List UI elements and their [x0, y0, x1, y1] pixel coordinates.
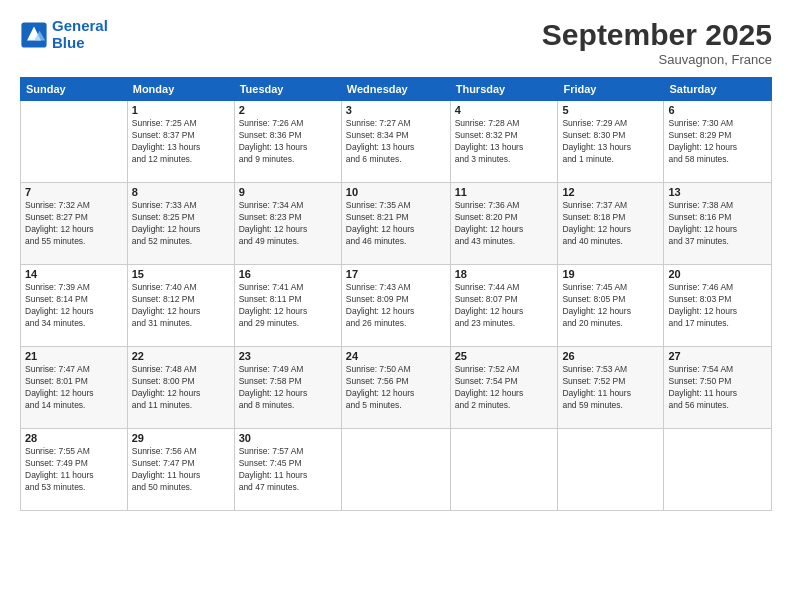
header-row: SundayMondayTuesdayWednesdayThursdayFrid… [21, 78, 772, 101]
day-info: Sunrise: 7:30 AM Sunset: 8:29 PM Dayligh… [668, 118, 767, 166]
day-number: 17 [346, 268, 446, 280]
logo: General Blue [20, 18, 108, 51]
day-number: 15 [132, 268, 230, 280]
day-info: Sunrise: 7:38 AM Sunset: 8:16 PM Dayligh… [668, 200, 767, 248]
day-info: Sunrise: 7:55 AM Sunset: 7:49 PM Dayligh… [25, 446, 123, 494]
day-info: Sunrise: 7:26 AM Sunset: 8:36 PM Dayligh… [239, 118, 337, 166]
day-cell: 20Sunrise: 7:46 AM Sunset: 8:03 PM Dayli… [664, 265, 772, 347]
day-number: 16 [239, 268, 337, 280]
day-cell: 24Sunrise: 7:50 AM Sunset: 7:56 PM Dayli… [341, 347, 450, 429]
day-number: 10 [346, 186, 446, 198]
day-info: Sunrise: 7:28 AM Sunset: 8:32 PM Dayligh… [455, 118, 554, 166]
day-number: 8 [132, 186, 230, 198]
title-block: September 2025 Sauvagnon, France [542, 18, 772, 67]
day-cell: 23Sunrise: 7:49 AM Sunset: 7:58 PM Dayli… [234, 347, 341, 429]
day-cell: 11Sunrise: 7:36 AM Sunset: 8:20 PM Dayli… [450, 183, 558, 265]
day-info: Sunrise: 7:48 AM Sunset: 8:00 PM Dayligh… [132, 364, 230, 412]
day-cell [341, 429, 450, 511]
day-number: 23 [239, 350, 337, 362]
day-info: Sunrise: 7:34 AM Sunset: 8:23 PM Dayligh… [239, 200, 337, 248]
day-number: 19 [562, 268, 659, 280]
col-header-monday: Monday [127, 78, 234, 101]
day-cell: 17Sunrise: 7:43 AM Sunset: 8:09 PM Dayli… [341, 265, 450, 347]
calendar-table: SundayMondayTuesdayWednesdayThursdayFrid… [20, 77, 772, 511]
day-number: 25 [455, 350, 554, 362]
day-number: 7 [25, 186, 123, 198]
day-cell: 28Sunrise: 7:55 AM Sunset: 7:49 PM Dayli… [21, 429, 128, 511]
page: General Blue September 2025 Sauvagnon, F… [0, 0, 792, 612]
day-cell: 21Sunrise: 7:47 AM Sunset: 8:01 PM Dayli… [21, 347, 128, 429]
day-cell: 18Sunrise: 7:44 AM Sunset: 8:07 PM Dayli… [450, 265, 558, 347]
location: Sauvagnon, France [542, 52, 772, 67]
day-info: Sunrise: 7:39 AM Sunset: 8:14 PM Dayligh… [25, 282, 123, 330]
day-info: Sunrise: 7:57 AM Sunset: 7:45 PM Dayligh… [239, 446, 337, 494]
week-row-0: 1Sunrise: 7:25 AM Sunset: 8:37 PM Daylig… [21, 101, 772, 183]
day-cell: 15Sunrise: 7:40 AM Sunset: 8:12 PM Dayli… [127, 265, 234, 347]
day-number: 2 [239, 104, 337, 116]
day-cell: 22Sunrise: 7:48 AM Sunset: 8:00 PM Dayli… [127, 347, 234, 429]
day-number: 4 [455, 104, 554, 116]
day-cell: 1Sunrise: 7:25 AM Sunset: 8:37 PM Daylig… [127, 101, 234, 183]
day-info: Sunrise: 7:32 AM Sunset: 8:27 PM Dayligh… [25, 200, 123, 248]
week-row-1: 7Sunrise: 7:32 AM Sunset: 8:27 PM Daylig… [21, 183, 772, 265]
day-cell: 14Sunrise: 7:39 AM Sunset: 8:14 PM Dayli… [21, 265, 128, 347]
day-number: 3 [346, 104, 446, 116]
day-info: Sunrise: 7:47 AM Sunset: 8:01 PM Dayligh… [25, 364, 123, 412]
day-cell: 3Sunrise: 7:27 AM Sunset: 8:34 PM Daylig… [341, 101, 450, 183]
day-info: Sunrise: 7:35 AM Sunset: 8:21 PM Dayligh… [346, 200, 446, 248]
day-number: 11 [455, 186, 554, 198]
day-info: Sunrise: 7:46 AM Sunset: 8:03 PM Dayligh… [668, 282, 767, 330]
day-cell: 5Sunrise: 7:29 AM Sunset: 8:30 PM Daylig… [558, 101, 664, 183]
day-number: 26 [562, 350, 659, 362]
day-cell: 6Sunrise: 7:30 AM Sunset: 8:29 PM Daylig… [664, 101, 772, 183]
day-cell: 30Sunrise: 7:57 AM Sunset: 7:45 PM Dayli… [234, 429, 341, 511]
day-number: 12 [562, 186, 659, 198]
day-number: 30 [239, 432, 337, 444]
header: General Blue September 2025 Sauvagnon, F… [20, 18, 772, 67]
day-info: Sunrise: 7:44 AM Sunset: 8:07 PM Dayligh… [455, 282, 554, 330]
logo-line2: Blue [52, 35, 108, 52]
logo-text: General Blue [52, 18, 108, 51]
day-info: Sunrise: 7:43 AM Sunset: 8:09 PM Dayligh… [346, 282, 446, 330]
day-cell: 10Sunrise: 7:35 AM Sunset: 8:21 PM Dayli… [341, 183, 450, 265]
logo-icon [20, 21, 48, 49]
col-header-wednesday: Wednesday [341, 78, 450, 101]
day-info: Sunrise: 7:25 AM Sunset: 8:37 PM Dayligh… [132, 118, 230, 166]
day-number: 6 [668, 104, 767, 116]
day-info: Sunrise: 7:41 AM Sunset: 8:11 PM Dayligh… [239, 282, 337, 330]
month-title: September 2025 [542, 18, 772, 52]
day-cell [558, 429, 664, 511]
day-info: Sunrise: 7:56 AM Sunset: 7:47 PM Dayligh… [132, 446, 230, 494]
day-cell: 12Sunrise: 7:37 AM Sunset: 8:18 PM Dayli… [558, 183, 664, 265]
day-number: 13 [668, 186, 767, 198]
day-number: 29 [132, 432, 230, 444]
day-info: Sunrise: 7:45 AM Sunset: 8:05 PM Dayligh… [562, 282, 659, 330]
day-info: Sunrise: 7:50 AM Sunset: 7:56 PM Dayligh… [346, 364, 446, 412]
week-row-4: 28Sunrise: 7:55 AM Sunset: 7:49 PM Dayli… [21, 429, 772, 511]
day-cell: 4Sunrise: 7:28 AM Sunset: 8:32 PM Daylig… [450, 101, 558, 183]
day-info: Sunrise: 7:36 AM Sunset: 8:20 PM Dayligh… [455, 200, 554, 248]
day-number: 27 [668, 350, 767, 362]
day-info: Sunrise: 7:37 AM Sunset: 8:18 PM Dayligh… [562, 200, 659, 248]
day-info: Sunrise: 7:40 AM Sunset: 8:12 PM Dayligh… [132, 282, 230, 330]
day-number: 14 [25, 268, 123, 280]
col-header-thursday: Thursday [450, 78, 558, 101]
day-cell: 19Sunrise: 7:45 AM Sunset: 8:05 PM Dayli… [558, 265, 664, 347]
day-cell: 25Sunrise: 7:52 AM Sunset: 7:54 PM Dayli… [450, 347, 558, 429]
day-number: 24 [346, 350, 446, 362]
day-number: 9 [239, 186, 337, 198]
day-info: Sunrise: 7:53 AM Sunset: 7:52 PM Dayligh… [562, 364, 659, 412]
day-info: Sunrise: 7:29 AM Sunset: 8:30 PM Dayligh… [562, 118, 659, 166]
day-cell: 27Sunrise: 7:54 AM Sunset: 7:50 PM Dayli… [664, 347, 772, 429]
col-header-friday: Friday [558, 78, 664, 101]
day-cell [450, 429, 558, 511]
day-cell: 29Sunrise: 7:56 AM Sunset: 7:47 PM Dayli… [127, 429, 234, 511]
day-number: 20 [668, 268, 767, 280]
logo-line1: General [52, 17, 108, 34]
day-number: 5 [562, 104, 659, 116]
day-number: 22 [132, 350, 230, 362]
col-header-saturday: Saturday [664, 78, 772, 101]
day-cell [664, 429, 772, 511]
week-row-2: 14Sunrise: 7:39 AM Sunset: 8:14 PM Dayli… [21, 265, 772, 347]
day-number: 21 [25, 350, 123, 362]
